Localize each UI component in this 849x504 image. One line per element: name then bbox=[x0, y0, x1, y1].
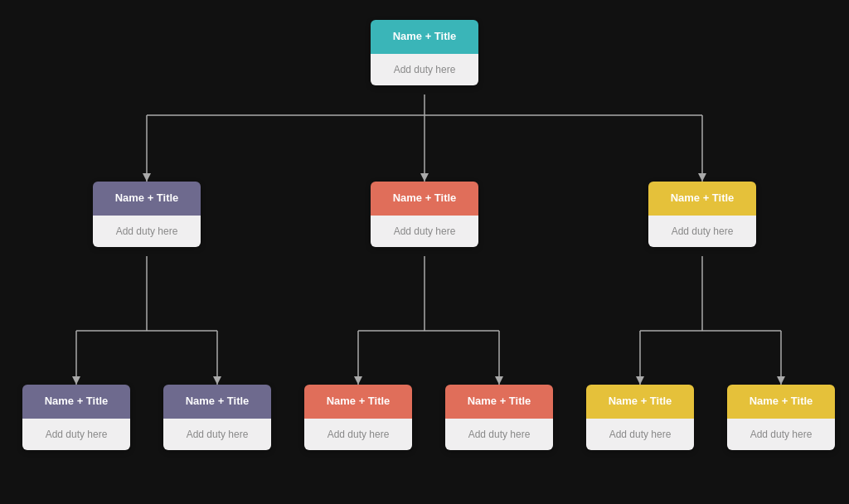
node-ll2-duty: Add duty here bbox=[187, 429, 249, 440]
node-root-duty: Add duty here bbox=[394, 64, 456, 75]
node-lc1-duty: Add duty here bbox=[327, 429, 390, 440]
node-mid-right-duty: Add duty here bbox=[672, 225, 734, 237]
node-lr1-header: Name + Title bbox=[586, 385, 694, 419]
node-mid-left-duty: Add duty here bbox=[116, 225, 178, 237]
org-chart: Name + Title Add duty here Name + Title … bbox=[10, 7, 839, 497]
node-ll2-header: Name + Title bbox=[163, 385, 271, 419]
node-ll1[interactable]: Name + Title Add duty here bbox=[22, 385, 130, 450]
svg-marker-6 bbox=[420, 173, 429, 182]
node-mid-right[interactable]: Name + Title Add duty here bbox=[648, 182, 756, 247]
node-mid-right-body: Add duty here bbox=[648, 216, 756, 247]
node-lc2-duty: Add duty here bbox=[468, 429, 531, 440]
node-ll2-label: Name + Title bbox=[186, 395, 250, 407]
node-lr1[interactable]: Name + Title Add duty here bbox=[586, 385, 694, 450]
svg-marker-5 bbox=[143, 173, 151, 182]
node-lr2-label: Name + Title bbox=[750, 395, 813, 407]
node-lc2-header: Name + Title bbox=[445, 385, 553, 419]
node-lr2-duty: Add duty here bbox=[750, 429, 813, 440]
node-root-body: Add duty here bbox=[371, 54, 478, 85]
node-ll1-label: Name + Title bbox=[45, 395, 109, 407]
node-mid-center-label: Name + Title bbox=[393, 191, 457, 204]
svg-marker-24 bbox=[636, 376, 644, 385]
node-ll1-duty: Add duty here bbox=[46, 429, 108, 440]
node-lr1-body: Add duty here bbox=[586, 419, 694, 450]
node-mid-left[interactable]: Name + Title Add duty here bbox=[93, 182, 201, 247]
node-mid-center[interactable]: Name + Title Add duty here bbox=[371, 182, 478, 247]
node-mid-right-header: Name + Title bbox=[648, 182, 756, 216]
node-mid-left-header: Name + Title bbox=[93, 182, 201, 216]
svg-marker-13 bbox=[213, 376, 221, 385]
node-lc2[interactable]: Name + Title Add duty here bbox=[445, 385, 553, 450]
svg-marker-25 bbox=[777, 376, 785, 385]
node-root[interactable]: Name + Title Add duty here bbox=[371, 20, 478, 85]
node-lc1-body: Add duty here bbox=[304, 419, 412, 450]
node-lr2-body: Add duty here bbox=[727, 419, 835, 450]
svg-marker-18 bbox=[354, 376, 362, 385]
node-lr2-header: Name + Title bbox=[727, 385, 835, 419]
node-ll2-body: Add duty here bbox=[163, 419, 271, 450]
node-mid-left-label: Name + Title bbox=[115, 191, 179, 204]
node-mid-center-header: Name + Title bbox=[371, 182, 478, 216]
node-ll1-body: Add duty here bbox=[22, 419, 130, 450]
node-lr1-duty: Add duty here bbox=[609, 429, 672, 440]
node-lr1-label: Name + Title bbox=[609, 395, 672, 407]
node-lc1-label: Name + Title bbox=[327, 395, 391, 407]
node-mid-center-body: Add duty here bbox=[371, 216, 478, 247]
node-mid-right-label: Name + Title bbox=[671, 191, 735, 204]
node-lc1[interactable]: Name + Title Add duty here bbox=[304, 385, 412, 450]
node-mid-center-duty: Add duty here bbox=[394, 225, 456, 237]
node-root-header: Name + Title bbox=[371, 20, 478, 54]
node-ll1-header: Name + Title bbox=[22, 385, 130, 419]
node-lr2[interactable]: Name + Title Add duty here bbox=[727, 385, 835, 450]
node-lc2-body: Add duty here bbox=[445, 419, 553, 450]
svg-marker-12 bbox=[72, 376, 80, 385]
svg-marker-19 bbox=[495, 376, 503, 385]
node-ll2[interactable]: Name + Title Add duty here bbox=[163, 385, 271, 450]
node-mid-left-body: Add duty here bbox=[93, 216, 201, 247]
node-lc2-label: Name + Title bbox=[468, 395, 531, 407]
node-lc1-header: Name + Title bbox=[304, 385, 412, 419]
svg-marker-7 bbox=[698, 173, 706, 182]
node-root-label: Name + Title bbox=[393, 30, 457, 42]
